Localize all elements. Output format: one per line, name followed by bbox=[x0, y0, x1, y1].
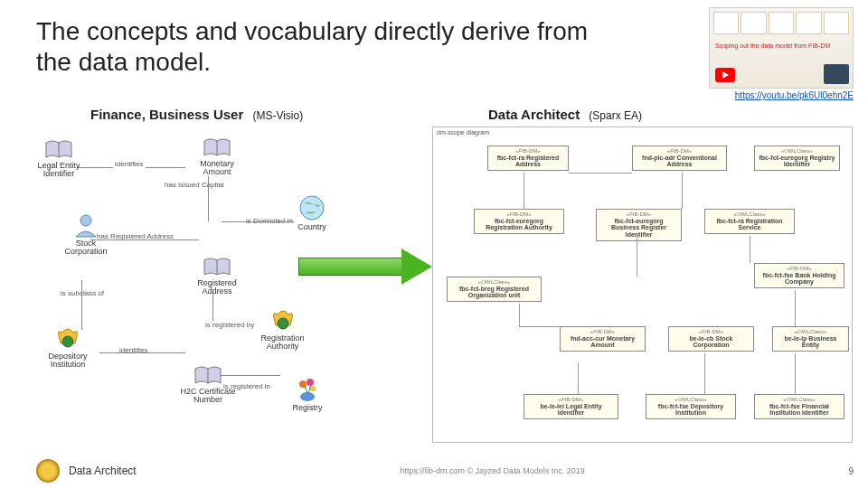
video-thumb-row bbox=[710, 8, 853, 38]
node-regauth: Registration Authority bbox=[249, 307, 316, 352]
edge-label-subclass: is subclass of bbox=[59, 289, 106, 297]
ea-box-b11: «OWLClass»be-le-lp Business Entity bbox=[772, 326, 849, 352]
node-regaddr: Registered Address bbox=[185, 258, 249, 296]
ea-box-b12: «FIB-DM»be-le-lei Legal Entity Identifie… bbox=[524, 394, 618, 419]
node-registry: Registry bbox=[280, 375, 335, 412]
subheading-fbu-label: Finance, Business User bbox=[90, 107, 243, 122]
seal-icon bbox=[36, 459, 60, 483]
ea-box-b6: «OWLClass»fbc-fct-ra Registration Servic… bbox=[704, 209, 795, 234]
ea-box-b4: «FIB-DM»fbc-fct-euregorg Registration Au… bbox=[474, 209, 564, 234]
svg-point-12 bbox=[310, 386, 316, 391]
subheading-fbu-tool: (MS-Visio) bbox=[252, 109, 303, 122]
footer-role: Data Architect bbox=[69, 465, 137, 477]
video-thumbnail[interactable]: Scoping out the data model from FIB-DM bbox=[709, 7, 854, 89]
video-caption: Scoping out the data model from FIB-DM bbox=[715, 42, 830, 49]
node-lei: Legal Entity Identifier bbox=[27, 140, 90, 179]
page-number: 9 bbox=[848, 466, 854, 476]
footer-credit: https://fib-dm.com © Jayzed Data Models … bbox=[400, 466, 584, 475]
ea-diagram-title: dm-scope diagram bbox=[437, 129, 489, 136]
node-stock: Stock Corporation bbox=[59, 212, 113, 257]
node-hccert: H2C Certificate Number bbox=[176, 366, 240, 405]
subheading-da-tool: (Sparx EA) bbox=[589, 109, 642, 122]
subheading-finance-user: Finance, Business User (MS-Visio) bbox=[90, 107, 303, 122]
node-depinst: Depository Institution bbox=[36, 325, 99, 370]
subheading-data-architect: Data Architect (Sparx EA) bbox=[488, 107, 642, 122]
ea-box-b14: «OWLClass»fbc-fct-fse Financial Institut… bbox=[754, 394, 844, 419]
video-link[interactable]: https://youtu.be/pk6Ul0ehn2E bbox=[735, 90, 854, 100]
svg-point-4 bbox=[80, 215, 91, 226]
node-monetary: Monetary Amount bbox=[185, 138, 249, 177]
svg-point-3 bbox=[300, 196, 324, 220]
ea-diagram: dm-scope diagram «FIB-DM»fbc-fct-ra Regi… bbox=[432, 127, 853, 443]
edge-label-issuedcap: has Issued Capital bbox=[163, 181, 226, 189]
svg-point-9 bbox=[300, 392, 315, 401]
presenter-thumb bbox=[824, 64, 849, 84]
svg-point-11 bbox=[307, 379, 314, 386]
svg-marker-0 bbox=[722, 71, 729, 79]
visio-diagram: identifies has Issued Capital is Domicil… bbox=[27, 131, 416, 438]
svg-point-6 bbox=[62, 336, 73, 347]
svg-point-7 bbox=[278, 318, 288, 329]
ea-box-b10: «FIB-DM»be-le-cb Stock Corporation bbox=[668, 326, 754, 352]
ea-box-b1: «FIB-DM»fbc-fct-ra Registered Address bbox=[487, 145, 569, 171]
slide-title: The concepts and vocabulary directly der… bbox=[36, 16, 615, 77]
ea-box-b13: «OWLClass»fbc-fct-fse Depository Institu… bbox=[646, 394, 736, 419]
ea-box-b9: «FIB-DM»fnd-acc-cur Monetary Amount bbox=[560, 326, 646, 352]
youtube-icon[interactable] bbox=[715, 68, 735, 82]
subheading-da-label: Data Architect bbox=[488, 107, 580, 122]
svg-line-13 bbox=[305, 386, 307, 393]
footer: Data Architect https://fib-dm.com © Jayz… bbox=[36, 459, 854, 483]
ea-box-b3: «OWLClass»fbc-fct-euregorg Registry Iden… bbox=[754, 145, 840, 171]
node-country: Country bbox=[285, 194, 339, 231]
ea-box-b7: «OWLClass»fbc-fct-breg Registered Organi… bbox=[447, 277, 542, 302]
derive-arrow-icon bbox=[298, 249, 434, 285]
ea-box-b5: «FIB-DM»fbc-fct-euregorg Business Regist… bbox=[596, 209, 682, 241]
ea-box-b2: «FIB-DM»fnd-plc-adr Conventional Address bbox=[632, 145, 727, 171]
ea-box-b8: «FIB-DM»fbc-fct-fse Bank Holding Company bbox=[754, 263, 844, 288]
edge-label-identifies: identifies bbox=[113, 160, 146, 168]
